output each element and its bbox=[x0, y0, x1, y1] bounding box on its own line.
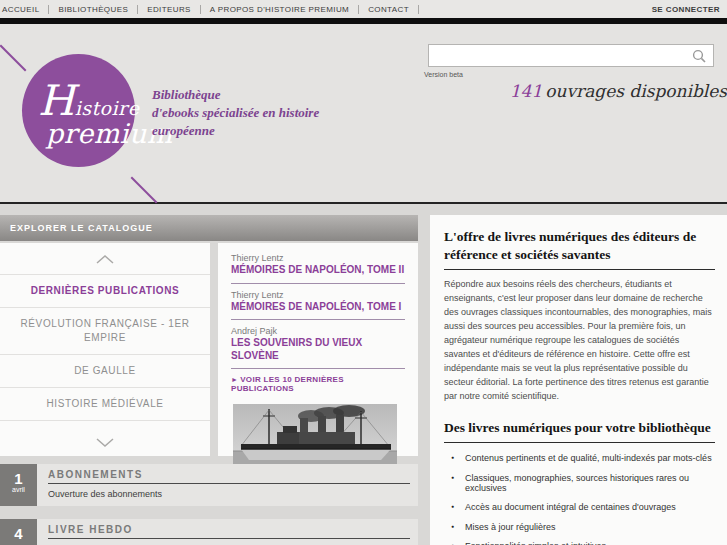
article-heading-offre: L'offre de livres numériques des éditeur… bbox=[444, 228, 715, 270]
news-title[interactable]: ABONNEMENTS bbox=[48, 469, 410, 480]
divider bbox=[231, 319, 405, 320]
search-box bbox=[428, 44, 714, 67]
top-nav: ACCUEIL BIBLIOTHÈQUES EDITEURS A PROPOS … bbox=[0, 0, 727, 18]
nav-editeurs[interactable]: EDITEURS bbox=[138, 5, 201, 14]
search-icon[interactable] bbox=[692, 49, 707, 68]
works-count-label: ouvrages disponibles bbox=[545, 81, 727, 101]
features-list: Contenus pertinents et de qualité, multi… bbox=[451, 453, 715, 545]
publication-title[interactable]: LES SOUVENIRS DU VIEUX SLOVÈNE bbox=[231, 337, 405, 362]
warship-photo bbox=[233, 404, 397, 468]
works-count-number: 141 bbox=[510, 81, 545, 101]
catalog-header-bar: EXPLORER LE CATALOGUE bbox=[0, 215, 418, 241]
catalog-item-histoire-medievale[interactable]: HISTOIRE MÉDIÉVALE bbox=[0, 388, 210, 421]
tagline-line2: d'ebooks spécialisée en histoire bbox=[152, 104, 319, 122]
login-link[interactable]: SE CONNECTER bbox=[652, 5, 727, 14]
scroll-down-icon[interactable] bbox=[0, 433, 210, 451]
publication-title[interactable]: MÉMOIRES DE NAPOLÉON, TOME I bbox=[231, 301, 405, 314]
site-logo[interactable]: Histoire premium bbox=[22, 54, 135, 167]
tagline-line3: européenne bbox=[152, 122, 319, 140]
scroll-up-icon[interactable] bbox=[0, 243, 210, 275]
search-input[interactable] bbox=[433, 47, 688, 64]
news-body: ABONNEMENTS Ouverture des abonnements bbox=[48, 469, 410, 499]
publication-author: Andrej Pajk bbox=[231, 326, 405, 336]
divider bbox=[231, 368, 405, 369]
tagline-line1: Bibliothèque bbox=[152, 86, 319, 104]
publication-title[interactable]: MÉMOIRES DE NAPOLÉON, TOME II bbox=[231, 264, 405, 277]
news-date-badge: 4 bbox=[0, 519, 37, 545]
catalog-list: DERNIÈRES PUBLICATIONS RÉVOLUTION FRANÇA… bbox=[0, 243, 210, 456]
article-paragraph: Répondre aux besoins réels des chercheur… bbox=[444, 278, 715, 403]
feature-item: Contenus pertinents et de qualité, multi… bbox=[451, 453, 715, 463]
news-item-abonnements: 1 avril ABONNEMENTS Ouverture des abonne… bbox=[0, 464, 418, 506]
logo-text: Histoire premium bbox=[22, 54, 135, 146]
news-item-livre-hebdo: 4 LIVRE HEBDO bbox=[0, 519, 418, 545]
divider bbox=[48, 538, 410, 539]
article-panel: L'offre de livres numériques des éditeur… bbox=[430, 215, 727, 545]
catalog-item-revolution-francaise[interactable]: RÉVOLUTION FRANÇAISE - 1ER EMPIRE bbox=[0, 308, 210, 355]
publication-item: Thierry Lentz MÉMOIRES DE NAPOLÉON, TOME… bbox=[231, 290, 405, 314]
news-day: 4 bbox=[0, 519, 37, 541]
header: Histoire premium Bibliothèque d'ebooks s… bbox=[0, 24, 727, 204]
news-date-badge: 1 avril bbox=[0, 464, 37, 506]
divider bbox=[48, 483, 410, 484]
nav-accueil[interactable]: ACCUEIL bbox=[0, 5, 49, 14]
publication-author: Thierry Lentz bbox=[231, 253, 405, 263]
feature-item: Mises à jour régulières bbox=[451, 522, 715, 532]
feature-item: Classiques, monographies, sources histor… bbox=[451, 473, 715, 493]
logo-diagonal-line-bottom bbox=[131, 177, 158, 204]
logo-word-rest: istoire bbox=[75, 97, 140, 119]
nav-bibliotheques[interactable]: BIBLIOTHÈQUES bbox=[49, 5, 138, 14]
news-title[interactable]: LIVRE HEBDO bbox=[48, 524, 410, 535]
article-heading-bibliotheque: Des livres numériques pour votre bibliot… bbox=[444, 419, 715, 444]
version-label: Version beta bbox=[424, 71, 463, 78]
catalog-item-dernieres-publications[interactable]: DERNIÈRES PUBLICATIONS bbox=[0, 275, 210, 308]
see-all-publications-link[interactable]: ►VOIR LES 10 DERNIÈRES PUBLICATIONS bbox=[231, 375, 405, 393]
news-body: LIVRE HEBDO bbox=[48, 524, 410, 544]
works-count: 141ouvrages disponibles bbox=[510, 81, 727, 101]
publication-item: Thierry Lentz MÉMOIRES DE NAPOLÉON, TOME… bbox=[231, 253, 405, 277]
logo-word-premium: premium bbox=[38, 122, 135, 146]
site-tagline: Bibliothèque d'ebooks spécialisée en his… bbox=[152, 86, 319, 141]
catalog-item-de-gaulle[interactable]: DE GAULLE bbox=[0, 355, 210, 388]
publication-author: Thierry Lentz bbox=[231, 290, 405, 300]
feature-item: Accès au document intégral de centaines … bbox=[451, 502, 715, 512]
see-all-label: VOIR LES 10 DERNIÈRES PUBLICATIONS bbox=[231, 375, 344, 393]
nav-contact[interactable]: CONTACT bbox=[359, 5, 419, 14]
news-text: Ouverture des abonnements bbox=[48, 489, 410, 499]
publication-item: Andrej Pajk LES SOUVENIRS DU VIEUX SLOVÈ… bbox=[231, 326, 405, 362]
arrow-right-icon: ► bbox=[231, 376, 240, 383]
news-month: avril bbox=[0, 486, 37, 493]
news-day: 1 bbox=[0, 464, 37, 486]
feature-item: Fonctionnalités simples et intuitives bbox=[451, 541, 715, 545]
divider bbox=[231, 283, 405, 284]
nav-a-propos[interactable]: A PROPOS D'HISTOIRE PREMIUM bbox=[201, 5, 359, 14]
latest-publications-panel: Thierry Lentz MÉMOIRES DE NAPOLÉON, TOME… bbox=[218, 243, 418, 456]
